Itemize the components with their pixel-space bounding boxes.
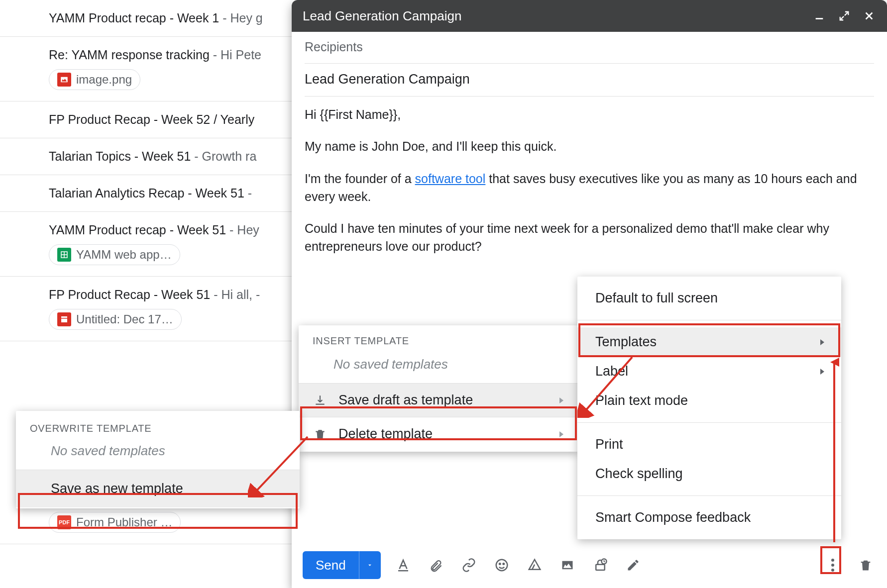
attachment-label: YAMM web app…: [76, 248, 172, 262]
email-snippet: -: [244, 186, 252, 200]
compose-title: Lead Generation Campaign: [303, 8, 801, 24]
email-snippet: - Hey: [226, 223, 259, 237]
attachment-chip[interactable]: PDF Form Publisher …: [49, 512, 181, 533]
body-line1: My name is John Doe, and I'll keep this …: [305, 137, 874, 155]
email-subject: FP Product Recap - Week 51: [49, 288, 210, 301]
svg-point-10: [831, 564, 834, 567]
save-template-submenu: OVERWRITE TEMPLATE No saved templates Sa…: [16, 411, 300, 508]
software-tool-link[interactable]: software tool: [415, 172, 486, 186]
menu-item-label[interactable]: Label: [577, 357, 841, 386]
menu-item-delete-template[interactable]: Delete template: [299, 417, 578, 451]
menu-item-default-full-screen[interactable]: Default to full screen: [577, 284, 841, 313]
svg-point-4: [496, 560, 507, 571]
insert-photo-icon[interactable]: [557, 555, 578, 576]
image-icon: [57, 73, 71, 87]
svg-point-11: [831, 569, 834, 572]
menu-item-templates[interactable]: Templates: [577, 327, 841, 357]
format-text-icon[interactable]: [393, 555, 414, 576]
body-greeting: Hi {{First Name}},: [305, 105, 874, 123]
email-subject: YAMM Product recap - Week 1: [49, 11, 219, 25]
download-icon: [313, 394, 328, 407]
attach-file-icon[interactable]: [426, 555, 446, 576]
email-row[interactable]: FP Product Recap - Week 52 / Yearly: [0, 101, 299, 138]
drive-icon[interactable]: [524, 555, 545, 576]
sheets-icon: [57, 248, 71, 262]
templates-insert-header: INSERT TEMPLATE: [299, 325, 578, 352]
email-subject: FP Product Recap - Week 52 / Yearly: [49, 112, 254, 126]
email-row[interactable]: YAMM Product recap - Week 1 - Hey g: [0, 0, 299, 37]
recipients-field[interactable]: Recipients: [305, 32, 874, 64]
email-subject: Re: YAMM response tracking: [49, 48, 210, 62]
emoji-icon[interactable]: [491, 555, 512, 576]
save-menu-no-saved: No saved templates: [16, 440, 300, 470]
attachment-chip[interactable]: Untitled: Dec 17…: [49, 309, 182, 330]
menu-divider: [577, 422, 841, 423]
send-button[interactable]: Send: [303, 551, 381, 579]
email-snippet: - Growth ra: [191, 149, 256, 163]
delete-template-label: Delete template: [338, 426, 433, 442]
menu-item-smart-compose[interactable]: Smart Compose feedback: [577, 503, 841, 532]
compose-header: Lead Generation Campaign: [292, 0, 887, 32]
video-icon: [57, 312, 71, 326]
body-line2: I'm the founder of a software tool that …: [305, 170, 874, 206]
more-options-menu: Default to full screen Templates Label P…: [577, 277, 841, 539]
body-line3: Could I have ten minutes of your time ne…: [305, 219, 874, 256]
email-row[interactable]: Talarian Analytics Recap - Week 51 -: [0, 175, 299, 212]
email-subject: Talarian Analytics Recap - Week 51: [49, 186, 244, 200]
attachment-label: Form Publisher …: [76, 515, 172, 529]
overwrite-template-header: OVERWRITE TEMPLATE: [16, 411, 300, 440]
send-options-dropdown[interactable]: [359, 551, 381, 579]
svg-point-5: [499, 563, 501, 565]
subject-field[interactable]: Lead Generation Campaign: [305, 64, 874, 97]
svg-point-6: [503, 563, 504, 565]
email-row[interactable]: YAMM Product recap - Week 51 - Hey YAMM …: [0, 212, 299, 277]
menu-item-check-spelling[interactable]: Check spelling: [577, 459, 841, 489]
menu-item-print[interactable]: Print: [577, 430, 841, 459]
pdf-icon: PDF: [57, 515, 71, 529]
email-row[interactable]: Re: YAMM response tracking - Hi Pete ima…: [0, 37, 299, 101]
email-snippet: - Hi all, -: [210, 288, 260, 301]
expand-icon[interactable]: [837, 9, 851, 23]
svg-rect-7: [596, 565, 605, 570]
templates-submenu: INSERT TEMPLATE No saved templates Save …: [299, 325, 578, 452]
attachment-chip[interactable]: image.png: [49, 69, 140, 90]
compose-toolbar: Send: [292, 544, 887, 588]
menu-divider: [577, 320, 841, 320]
minimize-icon[interactable]: [812, 9, 826, 23]
email-row[interactable]: FP Product Recap - Week 51 - Hi all, - U…: [0, 277, 299, 341]
trash-icon: [313, 428, 328, 441]
discard-draft-icon[interactable]: [855, 555, 876, 576]
insert-signature-icon[interactable]: [623, 555, 644, 576]
confidential-mode-icon[interactable]: [590, 555, 611, 576]
close-icon[interactable]: [862, 9, 876, 23]
attachment-chip[interactable]: YAMM web app…: [49, 244, 180, 265]
email-snippet: - Hi Pete: [210, 48, 261, 62]
attachment-label: image.png: [76, 73, 132, 87]
attachment-label: Untitled: Dec 17…: [76, 312, 173, 326]
send-label[interactable]: Send: [303, 551, 359, 579]
email-subject: YAMM Product recap - Week 51: [49, 223, 226, 237]
compose-body-text[interactable]: Hi {{First Name}}, My name is John Doe, …: [305, 97, 874, 256]
save-draft-label: Save draft as template: [338, 392, 473, 408]
menu-divider: [577, 495, 841, 496]
menu-item-save-draft-as-template[interactable]: Save draft as template: [299, 383, 578, 417]
menu-item-plain-text[interactable]: Plain text mode: [577, 386, 841, 415]
email-subject: Talarian Topics - Week 51: [49, 149, 191, 163]
email-snippet: - Hey g: [219, 11, 263, 25]
more-options-icon[interactable]: [822, 555, 843, 576]
insert-link-icon[interactable]: [458, 555, 479, 576]
menu-item-save-as-new-template[interactable]: Save as new template: [16, 470, 300, 507]
templates-no-saved: No saved templates: [299, 352, 578, 383]
email-row[interactable]: Talarian Topics - Week 51 - Growth ra: [0, 138, 299, 175]
svg-point-9: [831, 559, 834, 562]
